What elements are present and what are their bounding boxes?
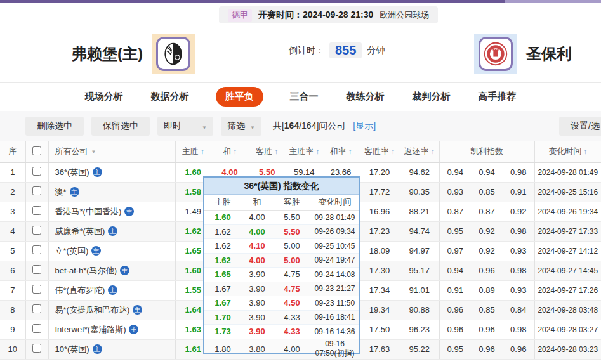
- chevron-down-icon: [202, 121, 207, 131]
- home-badge-icon: 主: [93, 167, 102, 177]
- analysis-tabs: 现场分析数据分析胜平负三合一教练分析裁判分析高手推荐: [0, 82, 601, 110]
- company-name[interactable]: Interwet*(塞浦路斯): [55, 325, 126, 334]
- company-name[interactable]: 威廉希*(英国): [55, 226, 105, 236]
- row-seq: 7: [0, 280, 25, 300]
- row-checkbox[interactable]: [32, 245, 41, 254]
- row-select-cell[interactable]: [25, 162, 48, 182]
- popup-history-row: 1.62 4.00 5.00 09-24 19:47: [204, 254, 359, 268]
- popup-away-odds: 5.00: [273, 241, 311, 250]
- row-select-cell[interactable]: [25, 261, 48, 280]
- company-cell[interactable]: 香港马*(中国香港)主: [48, 202, 175, 221]
- kelly-away-cell: 0.98: [503, 261, 534, 280]
- popup-draw-odds: 3.90: [241, 270, 273, 279]
- keep-selected-button[interactable]: 保留选中: [91, 117, 150, 136]
- show-link[interactable]: [显示]: [353, 120, 376, 132]
- col-header-away-rate[interactable]: 客胜率: [359, 141, 400, 162]
- company-name[interactable]: 澳*: [55, 187, 67, 197]
- row-seq: 10: [0, 339, 25, 359]
- col-header-return-rate[interactable]: 返还率: [400, 141, 439, 162]
- popup-home-odds: 1.62: [204, 256, 241, 265]
- select-all-checkbox[interactable]: [32, 146, 41, 155]
- return-rate-cell: 96.23: [400, 320, 439, 339]
- company-cell[interactable]: 威廉希*(英国)主: [48, 221, 175, 241]
- company-cell[interactable]: 36*(英国)主: [48, 162, 175, 182]
- company-name[interactable]: 立*(英国): [55, 246, 89, 256]
- league-badge[interactable]: 德甲: [228, 9, 252, 22]
- away-rate-cell: 17.23: [359, 221, 400, 241]
- company-cell[interactable]: 10*(英国)主: [48, 339, 175, 359]
- company-name[interactable]: 36*(英国): [55, 167, 89, 177]
- company-cell[interactable]: bet-at-h*(马尔他)主: [48, 261, 175, 280]
- company-cell[interactable]: 澳*主: [48, 182, 175, 202]
- row-select-cell[interactable]: [25, 241, 48, 261]
- row-checkbox[interactable]: [32, 304, 41, 313]
- company-name[interactable]: 10*(英国): [55, 344, 89, 354]
- kelly-home-cell: 0.94: [439, 162, 471, 182]
- popup-draw-odds: 3.90: [241, 327, 273, 336]
- row-select-cell[interactable]: [25, 182, 48, 202]
- settings-button[interactable]: 设置/选: [559, 117, 601, 136]
- tab-live[interactable]: 现场分析: [84, 87, 124, 107]
- col-header-home-odds[interactable]: 主胜: [175, 141, 211, 162]
- away-team: 圣保利: [474, 34, 572, 74]
- row-checkbox[interactable]: [32, 265, 41, 274]
- company-name[interactable]: 香港马*(中国香港): [55, 207, 122, 216]
- col-header-home-rate[interactable]: 主胜率: [286, 141, 322, 162]
- tab-referee[interactable]: 裁判分析: [411, 87, 452, 107]
- col-header-select-all[interactable]: [25, 141, 48, 162]
- kelly-draw-cell: 0.96: [471, 261, 503, 280]
- company-cell[interactable]: 伟*(直布罗陀)主: [48, 280, 175, 300]
- kelly-draw-cell: 0.85: [471, 300, 503, 320]
- company-name[interactable]: 易*(安提瓜和巴布达): [55, 305, 130, 315]
- tab-coach[interactable]: 教练分析: [345, 87, 386, 107]
- col-header-draw-rate[interactable]: 和率: [322, 141, 359, 162]
- popup-change-time: 09-23 21:27: [311, 284, 359, 293]
- row-select-cell[interactable]: [25, 300, 48, 320]
- row-checkbox[interactable]: [32, 206, 41, 215]
- home-badge-icon: 主: [120, 266, 129, 275]
- change-time-cell: 2024-09-27 14:45: [534, 261, 601, 280]
- tab-three-in-one[interactable]: 三合一: [289, 87, 320, 107]
- col-header-company[interactable]: 所有公司: [48, 141, 175, 162]
- company-cell[interactable]: 立*(英国)主: [48, 241, 175, 261]
- change-time-cell: 2024-09-25 15:16: [534, 182, 601, 202]
- kickoff-time: 开赛时间：2024-09-28 21:30: [258, 10, 373, 21]
- row-select-cell[interactable]: [25, 320, 48, 339]
- filter-dropdown[interactable]: 筛选: [221, 117, 261, 136]
- popup-draw-odds: 3.90: [241, 298, 273, 308]
- popup-history-row: 1.70 3.90 4.33 09-16 18:41: [204, 311, 359, 325]
- instant-dropdown[interactable]: 即时: [157, 117, 213, 136]
- company-name[interactable]: 伟*(直布罗陀): [55, 285, 105, 295]
- change-time-cell: 2024-09-27 14:12: [534, 241, 601, 261]
- row-checkbox[interactable]: [32, 167, 41, 176]
- tab-wdl[interactable]: 胜平负: [216, 87, 263, 107]
- away-rate-cell: 17.50: [359, 320, 400, 339]
- change-time-cell: 2024-09-28 03:27: [534, 320, 601, 339]
- row-checkbox[interactable]: [32, 186, 41, 195]
- row-select-cell[interactable]: [25, 339, 48, 359]
- row-select-cell[interactable]: [25, 202, 48, 221]
- popup-change-time: 09-28 01:49: [311, 213, 359, 222]
- row-select-cell[interactable]: [25, 221, 48, 241]
- popup-change-time: 09-16 14:36: [311, 327, 359, 336]
- col-header-change-time[interactable]: 变化时间: [534, 141, 601, 162]
- company-name[interactable]: bet-at-h*(马尔他): [55, 266, 117, 275]
- tab-data[interactable]: 数据分析: [150, 87, 190, 107]
- popup-draw-odds: 4.00: [241, 227, 273, 237]
- tab-expert[interactable]: 高手推荐: [477, 87, 518, 107]
- delete-selected-button[interactable]: 删除选中: [25, 117, 84, 136]
- row-checkbox[interactable]: [32, 285, 41, 294]
- company-cell[interactable]: Interwet*(塞浦路斯)主: [48, 320, 175, 339]
- col-header-draw-odds[interactable]: 和: [211, 141, 249, 162]
- kelly-away-cell: 0.92: [503, 202, 534, 221]
- col-header-away-odds[interactable]: 客胜: [249, 141, 286, 162]
- home-badge-icon: 主: [129, 325, 138, 334]
- row-checkbox[interactable]: [32, 344, 41, 353]
- row-select-cell[interactable]: [25, 280, 48, 300]
- row-checkbox[interactable]: [32, 226, 41, 235]
- company-cell[interactable]: 易*(安提瓜和巴布达)主: [48, 300, 175, 320]
- row-checkbox[interactable]: [32, 324, 41, 333]
- kelly-away-cell: 0.98: [503, 221, 534, 241]
- row-seq: 3: [0, 202, 25, 221]
- home-badge-icon: 主: [93, 344, 102, 354]
